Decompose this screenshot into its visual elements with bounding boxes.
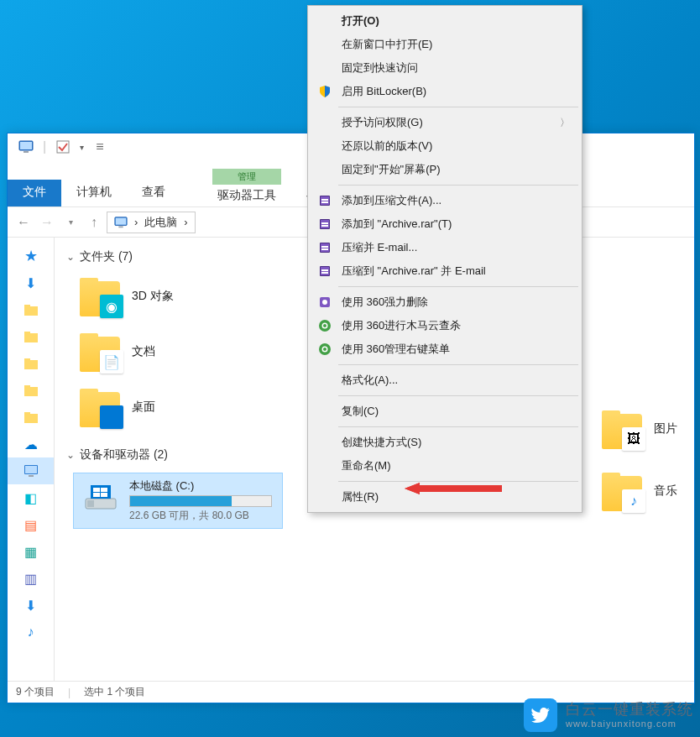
svg-rect-6 [118,226,123,227]
folder-pictures[interactable]: 🖼 图片 [595,402,684,456]
svg-point-52 [323,348,326,351]
folder-icon [24,410,39,425]
context-menu-item[interactable]: 在新窗口中打开(E) [310,33,580,56]
sidebar-quick-access[interactable]: ★ [8,243,54,269]
context-menu-item[interactable]: 使用 360进行木马云查杀 [310,314,580,337]
context-menu-item[interactable]: 添加到压缩文件(A)... [310,189,580,212]
watermark-title: 白云一键重装系统 [566,702,693,719]
folder-label: 文档 [132,344,155,359]
ribbon-tab-view[interactable]: 查看 [127,180,180,206]
nav-up-button[interactable]: ↑ [83,212,105,233]
context-menu-item[interactable]: 重命名(M) [310,454,580,478]
sidebar-item[interactable]: ◧ [8,484,54,511]
drive-usage-bar [129,495,272,507]
ribbon-tab-computer[interactable]: 计算机 [61,180,127,206]
star-icon: ★ [24,247,38,265]
context-menu-item[interactable]: 授予访问权限(G)〉 [310,111,580,134]
svg-rect-12 [24,358,30,361]
checkbox-icon[interactable] [55,139,71,155]
blank-icon [316,36,333,53]
sidebar-item[interactable] [8,323,54,350]
sidebar-item[interactable] [8,350,54,377]
watermark-logo-icon [524,698,557,732]
svg-point-49 [323,324,326,327]
music-icon: ♪ [28,625,34,640]
sidebar-this-pc[interactable] [8,457,54,484]
context-menu-label: 启用 BitLocker(B) [342,84,426,99]
sidebar-item[interactable]: ▤ [8,511,54,538]
svg-rect-32 [321,201,328,203]
folder-icon [24,383,39,398]
sidebar-item[interactable] [8,377,54,404]
sidebar-item[interactable]: ▥ [8,565,54,592]
svg-rect-19 [29,475,34,477]
nav-forward-button[interactable]: → [36,212,58,233]
svg-rect-9 [24,333,38,342]
drive-name: 本地磁盘 (C:) [129,478,272,494]
context-menu-item[interactable]: 打开(O) [310,9,580,33]
sidebar-item[interactable]: ▦ [8,538,54,565]
context-menu-label: 重命名(M) [342,458,391,473]
nav-sidebar: ★ ⬇ ☁ ◧ ▤ ▦ ▥ ⬇ ♪ [8,238,55,681]
context-menu-item[interactable]: 压缩并 E-mail... [310,236,580,259]
download-icon: ⬇ [25,598,36,614]
context-menu-item[interactable]: 使用 360强力删除 [310,290,580,314]
svg-rect-16 [24,412,30,415]
svg-rect-18 [25,466,37,473]
nav-back-button[interactable]: ← [13,212,34,233]
context-menu-item[interactable]: 启用 BitLocker(B) [310,80,580,103]
context-menu-item[interactable]: 添加到 "Archive.rar"(T) [310,212,580,236]
svg-rect-53 [420,485,502,492]
sidebar-item[interactable] [8,296,54,323]
qat-overflow[interactable]: ≡ [91,139,108,155]
context-menu-label: 压缩到 "Archive.rar" 并 E-mail [342,264,486,279]
statusbar-selected-count: 选中 1 个项目 [84,685,145,699]
svg-rect-2 [24,151,29,153]
breadcrumb-this-pc[interactable]: 此电脑 [144,215,177,230]
ribbon-tab-drive-tools[interactable]: 驱动器工具 [206,185,288,206]
context-menu-item[interactable]: 复制(C) [310,400,580,423]
context-menu-item[interactable]: 创建快捷方式(S) [310,431,580,454]
sidebar-item[interactable]: ⬇ [8,592,54,619]
context-menu-item[interactable]: 压缩到 "Archive.rar" 并 E-mail [310,259,580,283]
context-menu-item[interactable]: 固定到快速访问 [310,56,580,80]
context-menu-label: 使用 360强力删除 [342,295,428,310]
svg-rect-1 [20,142,32,149]
rar-icon [316,216,333,233]
folder-icon [80,387,120,427]
chevron-down-icon: ⌄ [66,251,75,263]
address-breadcrumb[interactable]: › 此电脑 › [107,212,196,233]
360-icon [316,317,333,334]
ribbon-tab-file[interactable]: 文件 [8,180,61,206]
sidebar-onedrive[interactable]: ☁ [8,431,54,457]
folder-label: 3D 对象 [132,289,174,304]
sidebar-item[interactable]: ♪ [8,619,54,646]
blank-icon [316,161,333,178]
svg-rect-43 [321,269,328,271]
sidebar-item[interactable] [8,404,54,431]
drive-icon [82,478,119,515]
context-menu-label: 复制(C) [342,404,379,419]
context-menu-item[interactable]: 固定到"开始"屏幕(P) [310,158,580,181]
svg-rect-24 [101,488,107,492]
context-menu-item[interactable]: 使用 360管理右键菜单 [310,337,580,361]
watermark: 白云一键重装系统 www.baiyunxitong.com [524,698,693,732]
sidebar-item[interactable]: ⬇ [8,269,54,296]
rar-icon [316,239,333,256]
context-menu-item[interactable]: 还原以前的版本(V) [310,134,580,158]
drive-c[interactable]: 本地磁盘 (C:) 22.6 GB 可用，共 80.0 GB [73,473,283,529]
qat-sep: | [36,139,53,155]
svg-rect-11 [24,360,38,369]
qat-dropdown-icon[interactable]: ▾ [73,139,90,155]
breadcrumb-sep: › [134,216,138,228]
blank-icon [316,13,333,29]
folder-icon [24,302,39,317]
blank-icon [316,489,333,505]
context-menu-label: 属性(R) [342,489,379,504]
context-menu-label: 还原以前的版本(V) [342,139,432,154]
folder-music[interactable]: ♪ 音乐 [595,464,684,518]
context-menu-label: 在新窗口中打开(E) [342,37,432,52]
context-menu-item[interactable]: 格式化(A)... [310,368,580,392]
folder-label: 桌面 [132,400,155,415]
nav-history-dropdown[interactable]: ▾ [60,212,81,233]
